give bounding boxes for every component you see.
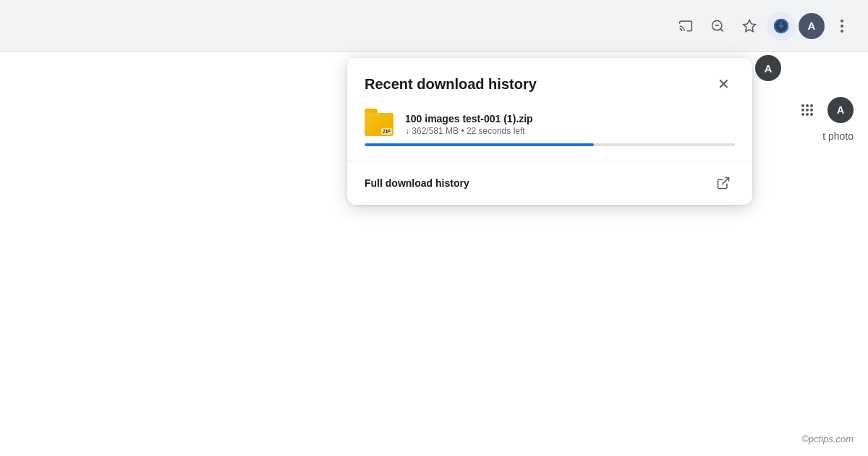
file-icon: ZIP: [365, 113, 393, 136]
browser-toolbar: A: [0, 0, 868, 52]
svg-line-2: [720, 28, 723, 31]
download-panel: Recent download history ✕ ZIP 100 images…: [347, 58, 752, 205]
open-external-button[interactable]: [712, 172, 735, 195]
download-item-top: ZIP 100 images test-001 (1).zip ↓ 362/58…: [365, 113, 735, 136]
progress-bar-fill: [365, 143, 594, 146]
progress-bar-track: [365, 143, 735, 146]
bookmark-button[interactable]: [735, 12, 764, 41]
more-menu-button[interactable]: [827, 12, 856, 41]
apps-icon[interactable]: [796, 98, 819, 122]
close-panel-button[interactable]: ✕: [712, 72, 735, 96]
panel-header: Recent download history ✕: [347, 58, 752, 107]
avatar-button[interactable]: A: [799, 13, 825, 39]
cast-button[interactable]: [671, 12, 700, 41]
download-info: 100 images test-001 (1).zip ↓ 362/581 MB…: [405, 113, 735, 136]
svg-line-10: [722, 178, 728, 185]
svg-point-7: [841, 20, 843, 22]
page-avatar-label: A: [765, 62, 773, 75]
download-filename: 100 images test-001 (1).zip: [405, 113, 735, 124]
close-icon: ✕: [718, 75, 730, 93]
page-avatar-button[interactable]: A: [755, 55, 781, 81]
download-status: ↓ 362/581 MB • 22 seconds left: [405, 126, 735, 136]
page-right-icons: A: [796, 97, 854, 123]
download-button[interactable]: [767, 12, 796, 41]
copyright-text: ©pctips.com: [801, 434, 854, 444]
avatar-label: A: [808, 20, 816, 32]
zoom-button[interactable]: [703, 12, 732, 41]
page-avatar-btn-2[interactable]: A: [827, 97, 854, 123]
svg-point-9: [841, 30, 843, 33]
svg-point-8: [841, 25, 843, 28]
page-content: A t photo Recent download history ✕ ZIP: [0, 52, 868, 456]
full-history-link[interactable]: Full download history: [365, 177, 469, 189]
download-item: ZIP 100 images test-001 (1).zip ↓ 362/58…: [347, 107, 752, 161]
panel-footer: Full download history: [347, 161, 752, 205]
page-partial-text-label: t photo: [822, 130, 854, 142]
svg-marker-4: [744, 20, 756, 31]
panel-title: Recent download history: [365, 76, 537, 93]
